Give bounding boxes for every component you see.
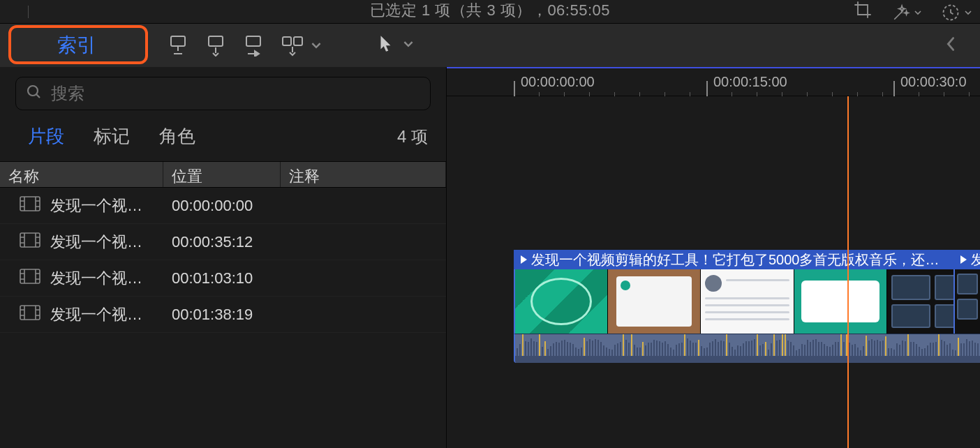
clip-icon: [20, 196, 40, 216]
clip-title: 发现一个视频剪辑的好工具！它打包了5000多首无版权音乐，还…: [531, 251, 940, 269]
clip-title: 发玖: [971, 251, 980, 269]
tab-markers[interactable]: 标记: [94, 124, 130, 149]
playhead[interactable]: [847, 96, 849, 448]
selection-status-text: 已选定 1 项（共 3 项），06:55:05: [370, 0, 610, 21]
clip-name: 发现一个视…: [50, 232, 142, 253]
ruler-label: 00:00:00:00: [521, 74, 595, 90]
crop-icon[interactable]: [853, 0, 873, 24]
search-input[interactable]: [51, 84, 420, 103]
col-header-note[interactable]: 注释: [281, 162, 446, 187]
col-header-name[interactable]: 名称: [0, 162, 163, 187]
disclosure-triangle-icon: [521, 255, 527, 264]
clip-name: 发现一个视…: [50, 195, 142, 216]
svg-rect-7: [20, 197, 40, 211]
svg-rect-8: [20, 233, 40, 247]
viewer-status-bar: 已选定 1 项（共 3 项），06:55:05: [0, 0, 980, 24]
pointer-tool-icon[interactable]: [378, 34, 394, 57]
clip-position: 00:01:03:10: [163, 269, 281, 288]
table-header: 名称 位置 注释: [0, 161, 446, 188]
svg-point-6: [28, 86, 38, 96]
clip-thumbnails: [514, 269, 980, 334]
svg-rect-4: [283, 37, 291, 45]
thumbnail: [608, 269, 701, 334]
clip-icon: [20, 305, 40, 324]
clip-position: 00:01:38:19: [163, 306, 281, 324]
clip-table-body: 发现一个视… 00:00:00:00 发现一个视… 00:00:35:12: [0, 188, 446, 448]
thumbnail: [515, 269, 608, 334]
ruler-label: 00:00:30:0: [900, 74, 967, 90]
search-input-wrap[interactable]: [15, 77, 431, 110]
ruler-label: 00:00:15:00: [713, 74, 787, 90]
collapse-panel-icon[interactable]: [945, 36, 956, 55]
clip-icon: [20, 269, 40, 288]
time-ruler[interactable]: 00:00:00:00 00:00:15:00 00:00:30:0: [447, 68, 980, 96]
svg-rect-2: [209, 36, 223, 46]
svg-rect-1: [171, 36, 185, 46]
connect-clip-icon[interactable]: [168, 34, 188, 57]
index-button[interactable]: 索引: [15, 29, 138, 62]
svg-rect-9: [20, 269, 40, 283]
search-icon: [26, 84, 43, 103]
table-row[interactable]: 发现一个视… 00:01:03:10: [0, 260, 446, 297]
index-tabs: 片段 标记 角色 4 项: [0, 114, 446, 161]
append-clip-icon[interactable]: [243, 34, 264, 57]
thumbnail: [794, 269, 887, 334]
table-row[interactable]: 发现一个视… 00:00:00:00: [0, 188, 446, 224]
timeline-toolbar: 索引: [0, 24, 980, 67]
overwrite-clip-icon[interactable]: [281, 34, 304, 57]
table-row[interactable]: 发现一个视… 00:00:35:12: [0, 224, 446, 260]
clip-name: 发现一个视…: [50, 304, 142, 325]
retime-icon[interactable]: [941, 3, 972, 22]
clip-name: 发现一个视…: [50, 268, 142, 289]
svg-rect-3: [246, 36, 260, 46]
timeline-panel[interactable]: 00:00:00:00 00:00:15:00 00:00:30:0 发现一个视…: [447, 67, 980, 448]
clip-icon: [20, 232, 40, 252]
thumbnail: [701, 269, 794, 334]
insert-clip-icon[interactable]: [205, 34, 226, 57]
table-row[interactable]: 发现一个视… 00:01:38:19: [0, 297, 446, 333]
chevron-down-icon[interactable]: [311, 40, 321, 50]
clip-position: 00:00:00:00: [163, 197, 281, 215]
clip-audio-waveform: [514, 334, 980, 363]
col-header-position[interactable]: 位置: [163, 162, 281, 187]
timeline-clip[interactable]: 发玖: [953, 250, 980, 334]
timeline-clip[interactable]: 发现一个视频剪辑的好工具！它打包了5000多首无版权音乐，还…: [514, 250, 980, 361]
divider: [28, 6, 29, 18]
enhance-icon[interactable]: [892, 3, 921, 22]
svg-rect-10: [20, 306, 40, 320]
edit-tools-group: [168, 34, 321, 57]
tab-clips[interactable]: 片段: [28, 124, 64, 149]
tab-roles[interactable]: 角色: [159, 124, 195, 149]
clip-position: 00:00:35:12: [163, 233, 281, 251]
index-panel: 片段 标记 角色 4 项 名称 位置 注释 发现一个视… 00:00:00:00: [0, 67, 447, 448]
clip-title-bar[interactable]: 发现一个视频剪辑的好工具！它打包了5000多首无版权音乐，还…: [514, 250, 980, 269]
chevron-down-icon[interactable]: [403, 39, 413, 52]
item-count: 4 项: [397, 126, 428, 148]
svg-rect-5: [294, 37, 302, 45]
